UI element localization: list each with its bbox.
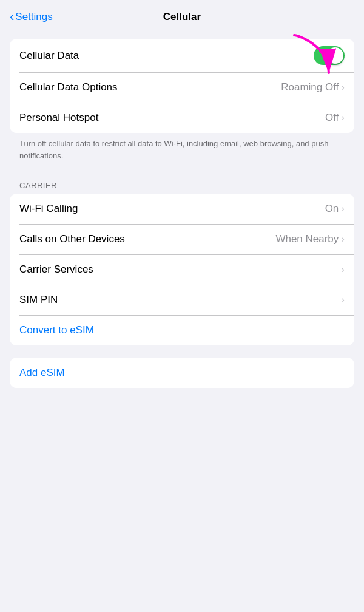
sim-pin-row[interactable]: SIM PIN ›: [10, 285, 354, 315]
cellular-data-options-right: Roaming Off ›: [281, 81, 345, 93]
wifi-calling-label: Wi-Fi Calling: [19, 203, 78, 215]
calls-other-devices-label: Calls on Other Devices: [19, 233, 125, 245]
back-button[interactable]: ‹ Settings: [10, 10, 53, 24]
cellular-data-options-label: Cellular Data Options: [19, 81, 118, 93]
add-esim-card[interactable]: Add eSIM: [10, 358, 354, 388]
wifi-calling-row[interactable]: Wi-Fi Calling On ›: [10, 194, 354, 224]
personal-hotspot-chevron-icon: ›: [341, 112, 345, 124]
cellular-data-label: Cellular Data: [19, 50, 79, 62]
cellular-data-toggle[interactable]: [314, 46, 345, 65]
sim-pin-label: SIM PIN: [19, 294, 58, 306]
page-title: Cellular: [163, 11, 201, 23]
add-esim-row[interactable]: Add eSIM: [10, 358, 354, 388]
cellular-data-options-chevron-icon: ›: [341, 81, 345, 93]
cellular-data-options-value: Roaming Off: [281, 81, 339, 93]
calls-other-devices-chevron-icon: ›: [341, 233, 345, 245]
convert-esim-row[interactable]: Convert to eSIM: [10, 315, 354, 345]
sim-pin-right: ›: [341, 294, 345, 306]
wifi-calling-right: On ›: [325, 203, 345, 215]
nav-bar: ‹ Settings Cellular: [0, 0, 364, 34]
calls-other-devices-right: When Nearby ›: [275, 233, 345, 245]
cellular-data-row[interactable]: Cellular Data: [10, 39, 354, 72]
back-label: Settings: [15, 11, 52, 23]
convert-esim-label[interactable]: Convert to eSIM: [19, 324, 94, 336]
wifi-calling-chevron-icon: ›: [341, 203, 345, 215]
cellular-data-options-row[interactable]: Cellular Data Options Roaming Off ›: [10, 72, 354, 103]
back-chevron-icon: ‹: [10, 10, 14, 24]
calls-other-devices-row[interactable]: Calls on Other Devices When Nearby ›: [10, 224, 354, 254]
cellular-description: Turn off cellular data to restrict all d…: [0, 133, 364, 171]
calls-other-devices-value: When Nearby: [275, 233, 339, 245]
personal-hotspot-label: Personal Hotspot: [19, 112, 98, 124]
toggle-knob: [327, 47, 343, 64]
personal-hotspot-value: Off: [325, 112, 339, 124]
carrier-services-label: Carrier Services: [19, 264, 93, 276]
add-esim-label[interactable]: Add eSIM: [19, 367, 65, 379]
cellular-settings-card: Cellular Data Cellular Data Options Roam…: [10, 39, 354, 133]
carrier-section-label: CARRIER: [0, 176, 364, 194]
sim-pin-chevron-icon: ›: [341, 294, 345, 306]
personal-hotspot-row[interactable]: Personal Hotspot Off ›: [10, 103, 354, 133]
personal-hotspot-right: Off ›: [325, 112, 345, 124]
carrier-services-right: ›: [341, 264, 345, 276]
carrier-services-row[interactable]: Carrier Services ›: [10, 254, 354, 285]
carrier-card: Wi-Fi Calling On › Calls on Other Device…: [10, 194, 354, 345]
carrier-services-chevron-icon: ›: [341, 264, 345, 276]
wifi-calling-value: On: [325, 203, 339, 215]
